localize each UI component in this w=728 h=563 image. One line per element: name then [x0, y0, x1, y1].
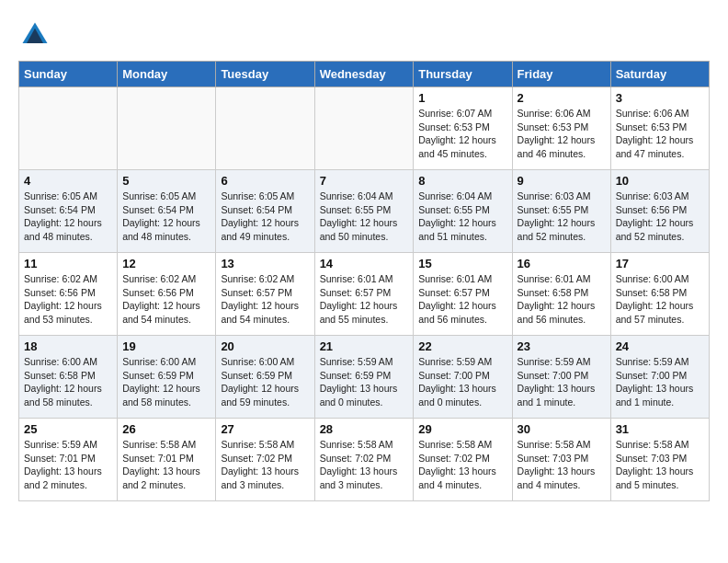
calendar-day-cell: 7Sunrise: 6:04 AM Sunset: 6:55 PM Daylig…: [314, 170, 414, 253]
day-info: Sunrise: 5:58 AM Sunset: 7:02 PM Dayligh…: [221, 438, 309, 492]
day-info: Sunrise: 5:59 AM Sunset: 7:00 PM Dayligh…: [518, 355, 606, 409]
day-number: 1: [418, 91, 506, 105]
day-info: Sunrise: 5:58 AM Sunset: 7:03 PM Dayligh…: [518, 438, 606, 492]
day-number: 16: [518, 257, 606, 270]
calendar-day-cell: 2Sunrise: 6:06 AM Sunset: 6:53 PM Daylig…: [512, 87, 610, 170]
weekday-header: Thursday: [414, 62, 512, 87]
calendar-week-row: 25Sunrise: 5:59 AM Sunset: 7:01 PM Dayli…: [19, 419, 710, 501]
day-number: 21: [320, 339, 409, 353]
day-number: 27: [221, 422, 309, 436]
calendar-day-cell: 15Sunrise: 6:01 AM Sunset: 6:57 PM Dayli…: [414, 253, 512, 336]
calendar-day-cell: [19, 87, 118, 170]
weekday-header: Tuesday: [216, 62, 314, 87]
day-info: Sunrise: 5:58 AM Sunset: 7:02 PM Dayligh…: [320, 438, 409, 492]
calendar-day-cell: [216, 87, 314, 170]
day-info: Sunrise: 6:03 AM Sunset: 6:56 PM Dayligh…: [616, 190, 704, 244]
day-info: Sunrise: 6:05 AM Sunset: 6:54 PM Dayligh…: [122, 190, 210, 244]
calendar-day-cell: 9Sunrise: 6:03 AM Sunset: 6:55 PM Daylig…: [512, 170, 610, 253]
day-number: 24: [616, 339, 704, 353]
calendar-day-cell: 24Sunrise: 5:59 AM Sunset: 7:00 PM Dayli…: [610, 336, 709, 419]
calendar-day-cell: 17Sunrise: 6:00 AM Sunset: 6:58 PM Dayli…: [610, 253, 709, 336]
calendar-day-cell: 27Sunrise: 5:58 AM Sunset: 7:02 PM Dayli…: [216, 419, 314, 501]
day-info: Sunrise: 6:00 AM Sunset: 6:58 PM Dayligh…: [616, 272, 704, 327]
day-info: Sunrise: 6:06 AM Sunset: 6:53 PM Dayligh…: [616, 107, 704, 161]
day-number: 20: [221, 339, 309, 353]
day-info: Sunrise: 6:04 AM Sunset: 6:55 PM Dayligh…: [320, 190, 409, 244]
weekday-header: Monday: [118, 62, 216, 87]
weekday-header: Saturday: [610, 62, 709, 87]
day-number: 22: [418, 339, 506, 353]
day-info: Sunrise: 5:59 AM Sunset: 7:00 PM Dayligh…: [418, 355, 506, 409]
day-number: 31: [616, 422, 704, 436]
weekday-header: Wednesday: [314, 62, 414, 87]
calendar-day-cell: 16Sunrise: 6:01 AM Sunset: 6:58 PM Dayli…: [512, 253, 610, 336]
day-info: Sunrise: 5:59 AM Sunset: 6:59 PM Dayligh…: [320, 355, 409, 409]
day-info: Sunrise: 6:03 AM Sunset: 6:55 PM Dayligh…: [518, 190, 606, 244]
page-header: [18, 18, 710, 52]
calendar-day-cell: 20Sunrise: 6:00 AM Sunset: 6:59 PM Dayli…: [216, 336, 314, 419]
day-info: Sunrise: 6:00 AM Sunset: 6:58 PM Dayligh…: [24, 355, 112, 409]
calendar-day-cell: 18Sunrise: 6:00 AM Sunset: 6:58 PM Dayli…: [19, 336, 118, 419]
calendar-day-cell: 22Sunrise: 5:59 AM Sunset: 7:00 PM Dayli…: [414, 336, 512, 419]
calendar-day-cell: 30Sunrise: 5:58 AM Sunset: 7:03 PM Dayli…: [512, 419, 610, 501]
day-number: 4: [24, 174, 112, 188]
day-number: 14: [320, 257, 409, 270]
day-number: 12: [122, 257, 210, 270]
day-number: 30: [518, 422, 606, 436]
calendar-week-row: 11Sunrise: 6:02 AM Sunset: 6:56 PM Dayli…: [19, 253, 710, 336]
day-number: 8: [418, 174, 506, 188]
day-number: 2: [518, 91, 606, 105]
day-info: Sunrise: 6:05 AM Sunset: 6:54 PM Dayligh…: [221, 190, 309, 244]
calendar-table: SundayMondayTuesdayWednesdayThursdayFrid…: [18, 61, 710, 501]
calendar-day-cell: 12Sunrise: 6:02 AM Sunset: 6:56 PM Dayli…: [118, 253, 216, 336]
day-info: Sunrise: 5:58 AM Sunset: 7:03 PM Dayligh…: [616, 438, 704, 492]
day-number: 23: [518, 339, 606, 353]
calendar-day-cell: 1Sunrise: 6:07 AM Sunset: 6:53 PM Daylig…: [414, 87, 512, 170]
day-number: 13: [221, 257, 309, 270]
day-info: Sunrise: 6:06 AM Sunset: 6:53 PM Dayligh…: [518, 107, 606, 161]
day-info: Sunrise: 6:02 AM Sunset: 6:56 PM Dayligh…: [24, 272, 112, 327]
day-number: 7: [320, 174, 409, 188]
day-number: 15: [418, 257, 506, 270]
day-info: Sunrise: 6:04 AM Sunset: 6:55 PM Dayligh…: [418, 190, 506, 244]
day-number: 9: [518, 174, 606, 188]
day-info: Sunrise: 6:00 AM Sunset: 6:59 PM Dayligh…: [122, 355, 210, 409]
day-number: 10: [616, 174, 704, 188]
calendar-day-cell: 19Sunrise: 6:00 AM Sunset: 6:59 PM Dayli…: [118, 336, 216, 419]
day-info: Sunrise: 6:02 AM Sunset: 6:56 PM Dayligh…: [122, 272, 210, 327]
day-number: 5: [122, 174, 210, 188]
day-number: 29: [418, 422, 506, 436]
calendar-day-cell: 6Sunrise: 6:05 AM Sunset: 6:54 PM Daylig…: [216, 170, 314, 253]
calendar-day-cell: 21Sunrise: 5:59 AM Sunset: 6:59 PM Dayli…: [314, 336, 414, 419]
calendar-week-row: 4Sunrise: 6:05 AM Sunset: 6:54 PM Daylig…: [19, 170, 710, 253]
day-number: 19: [122, 339, 210, 353]
day-number: 26: [122, 422, 210, 436]
calendar-header-row: SundayMondayTuesdayWednesdayThursdayFrid…: [19, 62, 710, 87]
weekday-header: Sunday: [19, 62, 118, 87]
day-number: 28: [320, 422, 409, 436]
day-info: Sunrise: 5:58 AM Sunset: 7:02 PM Dayligh…: [418, 438, 506, 492]
day-info: Sunrise: 6:01 AM Sunset: 6:57 PM Dayligh…: [320, 272, 409, 327]
calendar-day-cell: 26Sunrise: 5:58 AM Sunset: 7:01 PM Dayli…: [118, 419, 216, 501]
calendar-day-cell: 13Sunrise: 6:02 AM Sunset: 6:57 PM Dayli…: [216, 253, 314, 336]
day-info: Sunrise: 5:59 AM Sunset: 7:01 PM Dayligh…: [24, 438, 112, 492]
calendar-week-row: 18Sunrise: 6:00 AM Sunset: 6:58 PM Dayli…: [19, 336, 710, 419]
day-number: 18: [24, 339, 112, 353]
calendar-day-cell: 4Sunrise: 6:05 AM Sunset: 6:54 PM Daylig…: [19, 170, 118, 253]
day-number: 6: [221, 174, 309, 188]
day-number: 25: [24, 422, 112, 436]
day-info: Sunrise: 5:59 AM Sunset: 7:00 PM Dayligh…: [616, 355, 704, 409]
calendar-day-cell: 14Sunrise: 6:01 AM Sunset: 6:57 PM Dayli…: [314, 253, 414, 336]
calendar-day-cell: [314, 87, 414, 170]
day-info: Sunrise: 5:58 AM Sunset: 7:01 PM Dayligh…: [122, 438, 210, 492]
calendar-day-cell: 8Sunrise: 6:04 AM Sunset: 6:55 PM Daylig…: [414, 170, 512, 253]
calendar-day-cell: 28Sunrise: 5:58 AM Sunset: 7:02 PM Dayli…: [314, 419, 414, 501]
calendar-day-cell: 23Sunrise: 5:59 AM Sunset: 7:00 PM Dayli…: [512, 336, 610, 419]
day-number: 11: [24, 257, 112, 270]
day-info: Sunrise: 6:00 AM Sunset: 6:59 PM Dayligh…: [221, 355, 309, 409]
weekday-header: Friday: [512, 62, 610, 87]
calendar-day-cell: 5Sunrise: 6:05 AM Sunset: 6:54 PM Daylig…: [118, 170, 216, 253]
day-info: Sunrise: 6:02 AM Sunset: 6:57 PM Dayligh…: [221, 272, 309, 327]
calendar-day-cell: [118, 87, 216, 170]
calendar-day-cell: 31Sunrise: 5:58 AM Sunset: 7:03 PM Dayli…: [610, 419, 709, 501]
